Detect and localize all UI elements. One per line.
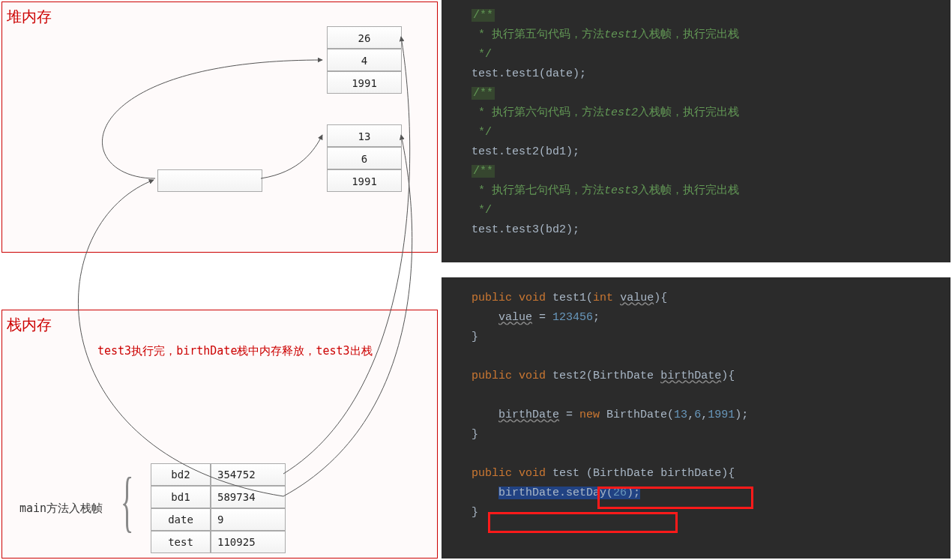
- stack-frame-label: main方法入栈帧: [19, 502, 103, 516]
- table-row: date 9: [151, 508, 286, 531]
- code-token: * 执行第六句代码，方法test2入栈帧，执行完出栈: [472, 106, 739, 119]
- heap-cell: [157, 169, 262, 192]
- stack-var-val: 589734: [211, 486, 286, 508]
- heap-object-1: 26 4 1991: [327, 26, 402, 94]
- stack-var-name: bd2: [151, 463, 211, 486]
- code-panel-1: /** * 执行第五句代码，方法test1入栈帧，执行完出栈 */ test.t…: [442, 0, 951, 262]
- code-line: }: [472, 331, 478, 343]
- stack-memory-panel: 栈内存 test3执行完，birthDate栈中内存释放，test3出栈 mai…: [1, 310, 438, 559]
- brace-icon: {: [121, 463, 133, 540]
- code-panel-2: public void test1(int value){ value = 12…: [442, 277, 951, 559]
- stack-var-name: date: [151, 508, 211, 531]
- heap-object-2: 13 6 1991: [327, 124, 402, 192]
- code-line: test.test1(date);: [472, 67, 586, 80]
- stack-note: test3执行完，birthDate栈中内存释放，test3出栈: [97, 344, 373, 358]
- table-row: test 110925: [151, 531, 286, 553]
- code-token: /**: [472, 87, 495, 100]
- code-line: test.test3(bd2);: [472, 223, 579, 236]
- code-token: */: [472, 204, 492, 217]
- code-token: /**: [472, 165, 495, 178]
- stack-title: 栈内存: [2, 310, 437, 340]
- code-line: birthDate.setDay(26);: [472, 487, 640, 499]
- stack-var-name: bd1: [151, 486, 211, 508]
- heap-cell: 1991: [327, 169, 402, 192]
- code-line: public void test1(int value){: [472, 292, 667, 304]
- table-row: bd1 589734: [151, 486, 286, 508]
- heap-cell: 26: [327, 26, 402, 49]
- heap-object-empty: [157, 169, 262, 192]
- code-token: /**: [472, 9, 495, 22]
- stack-var-val: 110925: [211, 531, 286, 553]
- code-token: * 执行第七句代码，方法test3入栈帧，执行完出栈: [472, 184, 739, 197]
- stack-var-val: 9: [211, 508, 286, 531]
- code-line: }: [472, 428, 478, 441]
- heap-cell: 13: [327, 124, 402, 147]
- code-token: */: [472, 48, 492, 61]
- heap-cell: 6: [327, 147, 402, 169]
- code-line: public void test (BirthDate birthDate){: [472, 467, 735, 480]
- heap-memory-panel: 堆内存 26 4 1991 13 6 1991: [1, 1, 438, 253]
- table-row: bd2 354752: [151, 463, 286, 486]
- heap-cell: 4: [327, 49, 402, 71]
- code-token: */: [472, 126, 492, 139]
- code-token: * 执行第五句代码，方法test1入栈帧，执行完出栈: [472, 28, 739, 41]
- code-line: public void test2(BirthDate birthDate){: [472, 370, 735, 382]
- code-line: test.test2(bd1);: [472, 145, 579, 158]
- code-line: }: [472, 506, 478, 519]
- stack-frame-table: bd2 354752 bd1 589734 date 9 test 110925: [151, 463, 286, 553]
- heap-cell: 1991: [327, 71, 402, 94]
- code-line: value = 123456;: [472, 311, 600, 324]
- stack-var-name: test: [151, 531, 211, 553]
- stack-var-val: 354752: [211, 463, 286, 486]
- code-line: birthDate = new BirthDate(13,6,1991);: [472, 409, 748, 421]
